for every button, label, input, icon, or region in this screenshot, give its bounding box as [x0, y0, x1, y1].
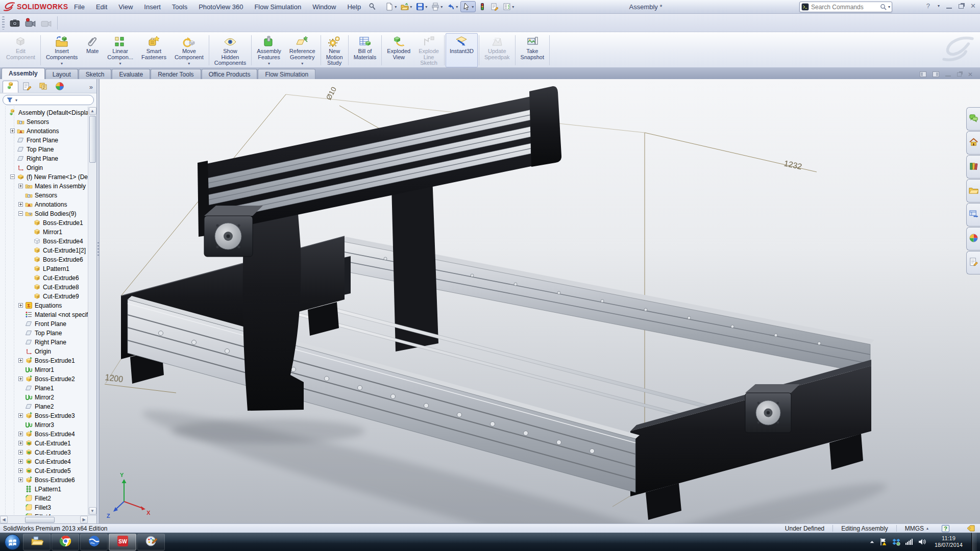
tree-item-origin[interactable]: Origin	[0, 163, 88, 172]
tree-expander[interactable]	[18, 449, 24, 455]
tree-expander[interactable]	[18, 358, 24, 363]
tree-item-origin[interactable]: Origin	[0, 346, 88, 356]
graphics-viewport[interactable]: 1232 1200 Ø10 Y X Z	[100, 79, 980, 523]
save-dropdown-caret[interactable]: ▾	[425, 5, 427, 9]
tray-show-hidden-icons[interactable]	[869, 539, 875, 545]
filter-dropdown-caret[interactable]: ▾	[15, 98, 17, 103]
tree-expander[interactable]	[10, 174, 16, 180]
taskbar-solidworks[interactable]: SW	[109, 534, 136, 550]
record-video-button[interactable]	[23, 16, 38, 30]
tree-expander[interactable]	[18, 477, 24, 483]
tree-expander[interactable]	[18, 211, 24, 216]
tray-dropbox[interactable]	[892, 538, 900, 546]
custom-properties-tab[interactable]	[966, 251, 980, 274]
close-button[interactable]: ✕	[970, 2, 976, 10]
viewport-close-icon[interactable]: ✕	[968, 72, 973, 77]
scroll-up-arrow[interactable]: ▲	[89, 107, 96, 115]
exploded-view-button[interactable]: ExplodedView	[383, 33, 414, 67]
cnc-frame-model[interactable]: 1232 1200 Ø10 Y X Z	[100, 79, 980, 523]
show-hidden-components-button[interactable]: ShowHiddenComponents	[210, 33, 250, 67]
pane-right-icon[interactable]	[933, 71, 939, 77]
tree-item-mirror2[interactable]: Mirror2	[0, 392, 88, 402]
tree-item-plane1[interactable]: Plane1	[0, 383, 88, 392]
vertical-scroll-thumb[interactable]	[89, 116, 96, 163]
solidworks-forum-tab[interactable]	[966, 107, 980, 131]
reference-geometry-button[interactable]: ReferenceGeometry▾	[285, 33, 320, 67]
menu-photoview-360[interactable]: PhotoView 360	[193, 2, 249, 12]
design-library-tab[interactable]	[966, 155, 980, 179]
new-document-dropdown-caret[interactable]: ▾	[395, 5, 397, 9]
tree-item-solid-bodies-9[interactable]: Solid Bodies(9)	[0, 209, 88, 218]
tree-item-boss-extrude3[interactable]: Boss-Extrude3	[0, 411, 88, 420]
help-dropdown-caret[interactable]: ▾	[938, 2, 940, 10]
tab-assembly[interactable]: Assembly	[2, 68, 45, 79]
tree-vertical-scrollbar[interactable]: ▲ ▼	[88, 107, 96, 515]
open-document-button[interactable]: ▾	[399, 2, 413, 12]
move-component-button[interactable]: MoveComponent▾	[170, 33, 208, 67]
viewport-minimize-icon[interactable]	[945, 72, 951, 77]
tree-expander[interactable]	[18, 376, 24, 382]
tree-item-f-new-frame-1-defau[interactable]: (f) New Frame<1> (Defau	[0, 172, 88, 181]
tree-item-mirror1[interactable]: Mirror1	[0, 227, 88, 236]
taskbar-windows-explorer[interactable]	[23, 534, 51, 550]
tree-item-boss-extrude1[interactable]: Boss-Extrude1	[0, 218, 88, 227]
tree-expander[interactable]	[18, 459, 24, 464]
display-manager-tab[interactable]	[52, 81, 67, 93]
tree-item-fillet4[interactable]: Fillet4	[0, 512, 88, 515]
insert-components-dropdown-caret[interactable]: ▾	[61, 61, 63, 67]
options-dropdown-caret[interactable]: ▾	[512, 5, 514, 9]
filter-input[interactable]: ▾	[3, 95, 94, 105]
tree-item-annotations[interactable]: AAnnotations	[0, 199, 88, 209]
tree-item-fillet2[interactable]: Fillet2	[0, 493, 88, 503]
rebuild-button[interactable]	[477, 2, 488, 12]
linear-component-pattern-button[interactable]: LinearCompon...▾	[103, 33, 137, 67]
explode-line-sketch-button[interactable]: ExplodeLineSketch	[414, 33, 443, 67]
solidworks-resources-tab[interactable]	[966, 131, 980, 155]
restore-button[interactable]	[959, 4, 964, 9]
pin-menu-icon[interactable]	[368, 2, 377, 11]
tree-item-right-plane[interactable]: Right Plane	[0, 154, 88, 163]
new-document-button[interactable]: ▾	[384, 2, 398, 12]
taskbar-paint[interactable]	[137, 534, 165, 550]
dimension-label-diameter[interactable]: Ø10	[325, 85, 338, 101]
tree-item-material-not-specifie[interactable]: Material <not specifie	[0, 310, 88, 319]
tree-item-mates-in-assembly[interactable]: Mates in Assembly	[0, 181, 88, 190]
tree-item-cut-extrude1-2[interactable]: Cut-Extrude1[2]	[0, 245, 88, 255]
select-button[interactable]: ▾	[460, 1, 476, 12]
taskbar-google-chrome[interactable]	[52, 534, 79, 550]
tree-item-cut-extrude6[interactable]: Cut-Extrude6	[0, 273, 88, 282]
view-palette-tab[interactable]	[966, 203, 980, 227]
tree-item-fillet3[interactable]: Fillet3	[0, 503, 88, 512]
tray-action-center[interactable]	[879, 538, 888, 546]
open-document-dropdown-caret[interactable]: ▾	[410, 5, 412, 9]
tree-item-cut-extrude9[interactable]: Cut-Extrude9	[0, 291, 88, 300]
tree-item-lpattern1[interactable]: LPattern1	[0, 484, 88, 493]
dimension-label-width[interactable]: 1232	[783, 159, 802, 171]
tree-item-top-plane[interactable]: Top Plane	[0, 144, 88, 154]
tab-evaluate[interactable]: Evaluate	[112, 69, 150, 79]
tab-layout[interactable]: Layout	[45, 69, 78, 79]
configuration-manager-tab[interactable]	[35, 81, 51, 93]
scroll-right-arrow[interactable]: ▶	[80, 516, 88, 523]
print-dropdown-caret[interactable]: ▾	[440, 5, 443, 9]
show-desktop-button[interactable]	[971, 533, 977, 551]
tree-item-front-plane[interactable]: Front Plane	[0, 135, 88, 144]
tree-item-sensors[interactable]: Sensors	[0, 190, 88, 199]
tree-item-top-plane[interactable]: Top Plane	[0, 328, 88, 337]
search-icon[interactable]	[879, 3, 887, 11]
save-button[interactable]: ▾	[414, 2, 429, 12]
status-under-defined[interactable]: Under Defined	[777, 525, 832, 532]
select-dropdown-caret[interactable]: ▾	[472, 5, 474, 9]
tray-network[interactable]	[905, 538, 913, 546]
toolbar-grip[interactable]	[2, 16, 5, 30]
assembly-features-dropdown-caret[interactable]: ▾	[268, 61, 270, 67]
record-video-settings-button[interactable]	[39, 16, 54, 30]
reference-geometry-dropdown-caret[interactable]: ▾	[301, 61, 303, 67]
tree-item-boss-extrude6[interactable]: Boss-Extrude6	[0, 255, 88, 264]
tree-item-right-plane[interactable]: Right Plane	[0, 337, 88, 346]
tree-item-cut-extrude8[interactable]: Cut-Extrude8	[0, 282, 88, 291]
scroll-down-arrow[interactable]: ▼	[89, 507, 96, 515]
tree-item-equations[interactable]: ΣEquations	[0, 300, 88, 310]
print-button[interactable]: ▾	[430, 2, 444, 12]
menu-tools[interactable]: Tools	[166, 2, 193, 12]
